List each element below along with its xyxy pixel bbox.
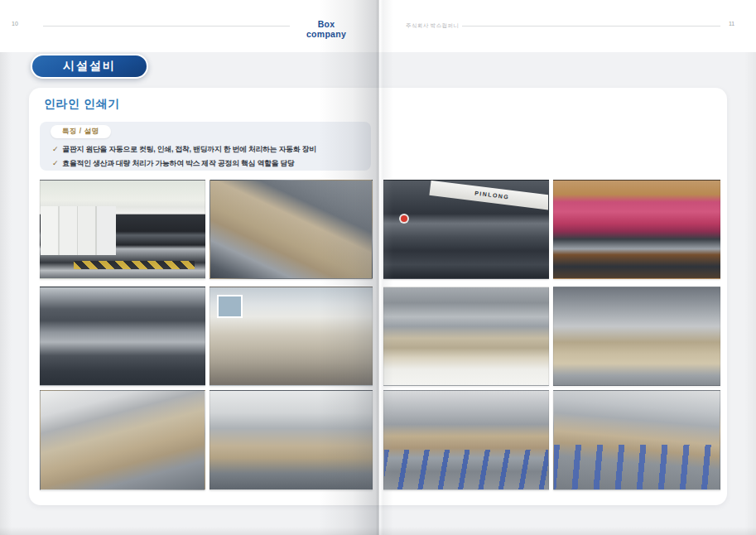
emergency-stop-icon (401, 215, 407, 222)
photo-corrugated-closeup (209, 180, 373, 279)
section-title: 인라인 인쇄기 (44, 97, 119, 112)
page-number-left: 10 (12, 21, 18, 27)
page-edge-left (0, 52, 12, 535)
photo-folder-gluer-room (209, 287, 373, 386)
company-name: 주식회사 박스컴퍼니 (406, 22, 459, 30)
photo-inline-printer-overview (40, 180, 205, 279)
photo-bundled-boxes (383, 287, 549, 386)
photo-control-panel: PINLONG (383, 180, 549, 279)
feature-item-text: 골판지 원단을 자동으로 컷팅, 인쇄, 접착, 밴딩까지 한 번에 처리하는 … (62, 145, 316, 153)
photo-conveyor-frame (40, 287, 205, 386)
section-badge: 시설설비 (31, 54, 148, 79)
section-badge-label: 시설설비 (63, 59, 116, 74)
photo-print-roller (553, 180, 720, 279)
page-edge-bottom (0, 527, 756, 535)
check-icon: ✓ (52, 159, 58, 167)
photo-belt-conveyor (553, 390, 720, 490)
header-rule-right (462, 26, 720, 27)
brand-logo: Box company (296, 19, 356, 39)
feature-item: ✓효율적인 생산과 대량 처리가 가능하여 박스 제작 공정의 핵심 역할을 담… (52, 157, 364, 171)
brochure-spread: 10 Box company 주식회사 박스컴퍼니 11 시설설비 인라인 인쇄… (0, 0, 756, 535)
machine-brand-label: PINLONG (474, 190, 510, 200)
page-number-right: 11 (729, 21, 734, 27)
photo-feeder-unit (209, 390, 373, 490)
feature-box-label: 특징 / 설명 (51, 125, 111, 138)
feature-item: ✓골판지 원단을 자동으로 컷팅, 인쇄, 접착, 밴딩까지 한 번에 처리하는… (52, 142, 364, 157)
photo-stacker-output (553, 287, 720, 386)
check-icon: ✓ (52, 145, 58, 153)
photo-strapping-belts (383, 390, 549, 490)
photo-sheet-stack (40, 390, 205, 490)
feature-list: ✓골판지 원단을 자동으로 컷팅, 인쇄, 접착, 밴딩까지 한 번에 처리하는… (52, 142, 364, 171)
feature-item-text: 효율적인 생산과 대량 처리가 가능하여 박스 제작 공정의 핵심 역할을 담당 (62, 159, 294, 167)
page-edge-right (744, 52, 756, 535)
feature-box: 특징 / 설명 ✓골판지 원단을 자동으로 컷팅, 인쇄, 접착, 밴딩까지 한… (40, 122, 371, 171)
header-rule-left (43, 26, 290, 27)
machine-brand-beam: PINLONG (430, 181, 549, 210)
